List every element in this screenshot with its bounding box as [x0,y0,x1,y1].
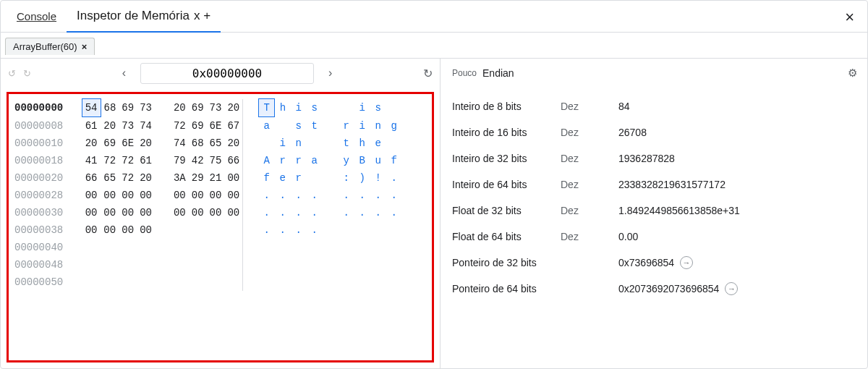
hex-byte-cell[interactable] [171,221,189,239]
ascii-cell[interactable]: . [259,187,275,204]
hex-byte-cell[interactable]: 00 [119,204,137,221]
hex-byte-cell[interactable]: 00 [137,204,155,221]
tab-memory-inspector[interactable]: Inspetor de Memória x + [67,1,221,33]
tab-extra-icons[interactable]: x + [194,9,210,23]
ascii-cell[interactable] [339,256,354,273]
ascii-cell[interactable]: . [307,221,323,239]
ascii-cell[interactable]: s [307,99,323,117]
next-address-button[interactable]: › [326,67,335,80]
ascii-cell[interactable] [307,273,323,291]
interp-mode[interactable]: Dez [561,153,618,164]
ascii-cell[interactable]: . [291,221,307,239]
ascii-cell[interactable]: i [275,135,291,152]
hex-byte-cell[interactable] [224,239,242,256]
hex-byte-cell[interactable]: 61 [82,117,101,135]
ascii-cell[interactable] [307,256,323,273]
hex-byte-cell[interactable]: 72 [119,169,137,187]
ascii-cell[interactable]: ! [370,169,386,187]
ascii-cell[interactable] [386,256,402,273]
hex-byte-cell[interactable]: 00 [171,204,189,221]
interp-mode[interactable]: Dez [561,127,618,138]
hex-byte-cell[interactable]: 00 [171,187,189,204]
ascii-cell[interactable]: : [339,169,354,187]
ascii-cell[interactable]: . [307,187,323,204]
hex-byte-cell[interactable] [119,256,137,273]
ascii-cell[interactable]: . [275,221,291,239]
ascii-cell[interactable] [275,273,291,291]
ascii-cell[interactable]: ) [354,169,370,187]
ascii-cell[interactable] [370,256,386,273]
ascii-cell[interactable] [259,239,275,256]
hex-byte-cell[interactable]: 20 [224,99,242,117]
ascii-cell[interactable] [339,99,354,117]
interp-mode[interactable]: Dez [561,231,618,242]
ascii-cell[interactable]: . [291,204,307,221]
hex-byte-cell[interactable] [189,273,207,291]
hex-byte-cell[interactable] [101,239,119,256]
hex-byte-cell[interactable] [101,256,119,273]
ascii-cell[interactable]: . [354,204,370,221]
ascii-cell[interactable] [259,256,275,273]
hex-byte-cell[interactable]: 00 [101,204,119,221]
ascii-cell[interactable]: h [354,135,370,152]
hex-byte-cell[interactable]: 6E [207,117,225,135]
ascii-cell[interactable]: B [354,152,370,169]
ascii-cell[interactable]: u [370,152,386,169]
hex-byte-cell[interactable]: 68 [189,135,207,152]
hex-byte-cell[interactable]: 20 [101,117,119,135]
hex-byte-cell[interactable]: 72 [101,152,119,169]
hex-byte-cell[interactable] [119,273,137,291]
hex-byte-cell[interactable] [137,239,155,256]
hex-byte-cell[interactable] [189,221,207,239]
hex-byte-cell[interactable]: 3A [171,169,189,187]
interp-mode[interactable]: Dez [561,179,618,190]
hex-byte-cell[interactable] [137,256,155,273]
hex-byte-cell[interactable]: 79 [171,152,189,169]
ascii-cell[interactable] [275,256,291,273]
hex-byte-cell[interactable]: 42 [189,152,207,169]
hex-byte-cell[interactable]: 6E [119,135,137,152]
ascii-cell[interactable]: i [354,99,370,117]
ascii-cell[interactable]: t [339,135,354,152]
hex-byte-cell[interactable]: 61 [137,152,155,169]
hex-byte-cell[interactable]: 20 [224,135,242,152]
interp-mode[interactable]: Dez [561,205,618,216]
hex-byte-cell[interactable]: 00 [101,221,119,239]
hex-byte-cell[interactable]: 20 [137,135,155,152]
hex-byte-cell[interactable]: 00 [189,204,207,221]
ascii-cell[interactable]: . [386,187,402,204]
hex-byte-cell[interactable] [137,273,155,291]
ascii-cell[interactable]: h [275,99,291,117]
hex-byte-cell[interactable]: 20 [171,99,189,117]
refresh-button[interactable]: ↻ [423,67,433,80]
ascii-cell[interactable]: . [370,187,386,204]
hex-byte-cell[interactable]: 00 [207,204,225,221]
ascii-cell[interactable]: g [386,117,402,135]
hex-byte-cell[interactable]: 00 [82,221,101,239]
hex-byte-cell[interactable]: 68 [101,99,119,117]
ascii-cell[interactable]: . [259,221,275,239]
hex-byte-cell[interactable]: 20 [137,169,155,187]
hex-byte-cell[interactable] [171,273,189,291]
hex-byte-cell[interactable]: 72 [119,152,137,169]
tab-console[interactable]: Console [7,1,67,33]
ascii-cell[interactable] [354,256,370,273]
ascii-cell[interactable] [291,273,307,291]
ascii-cell[interactable] [275,239,291,256]
ascii-cell[interactable] [386,221,402,239]
ascii-cell[interactable]: n [291,135,307,152]
ascii-cell[interactable]: T [259,99,275,117]
hex-byte-cell[interactable]: 00 [119,187,137,204]
hex-byte-cell[interactable] [224,221,242,239]
ascii-cell[interactable]: . [291,187,307,204]
ascii-cell[interactable]: . [275,187,291,204]
close-panel-button[interactable]: × [845,8,854,27]
hex-byte-cell[interactable]: 72 [171,117,189,135]
ascii-cell[interactable]: A [259,152,275,169]
hex-byte-cell[interactable]: 74 [137,117,155,135]
hex-byte-cell[interactable]: 00 [137,187,155,204]
hex-byte-cell[interactable]: 73 [137,99,155,117]
ascii-cell[interactable]: . [386,204,402,221]
hex-byte-cell[interactable] [101,273,119,291]
hex-byte-cell[interactable] [224,273,242,291]
